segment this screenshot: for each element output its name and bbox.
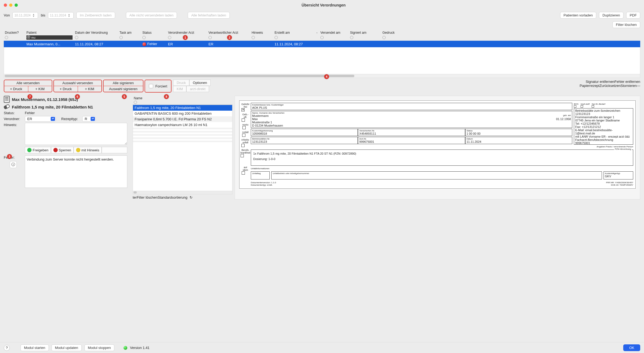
table-row[interactable]: Max Mustermann, 0... 11.11.2024, 08:27 F…	[4, 41, 640, 47]
stepper-icon[interactable]: ▲▼	[68, 13, 72, 17]
sort-radio[interactable]	[275, 36, 278, 39]
forced-checkbox[interactable]	[149, 84, 153, 88]
pdf-button[interactable]: PDF	[626, 12, 640, 19]
name-list-scrollbar[interactable]	[133, 191, 232, 194]
scrollbar-thumb[interactable]	[5, 75, 354, 77]
module-update-button[interactable]: Modul updaten	[52, 344, 82, 351]
patient-filter-input[interactable]	[26, 35, 73, 40]
remove-signature-button[interactable]: Signatur entfernen	[586, 80, 615, 84]
reset-button[interactable]: Zurücksetzen	[600, 84, 621, 88]
rx-type-select[interactable]: R▴▾	[82, 116, 96, 122]
col-task[interactable]: Task am	[119, 31, 140, 35]
callout-8: 8	[164, 94, 169, 99]
callout-7: 7	[28, 94, 32, 99]
from-date-input[interactable]: 10.11.2024 ▲▼	[12, 12, 38, 19]
callout-6: 6	[75, 94, 80, 99]
prescription-preview: Gebühr frei Geb.-pfl. noctu Unfall Arbei…	[235, 96, 640, 199]
module-start-button[interactable]: Modul starten	[20, 344, 49, 351]
release-button[interactable]: Freigeben	[25, 147, 51, 153]
col-rx-date[interactable]: Datum der Verordnung	[75, 31, 117, 35]
col-prescriber[interactable]: Verordnender Arzt	[168, 31, 206, 35]
duplicate-button[interactable]: Duplizieren	[599, 12, 624, 19]
load-range-button[interactable]: Im Zeitbereich laden	[76, 12, 115, 19]
load-errors-button[interactable]: Alle fehlerhaften laden	[188, 12, 229, 19]
send-all-print-button[interactable]: + Druck	[4, 86, 28, 92]
col-note[interactable]: Hinweis	[252, 31, 272, 35]
ter-button[interactable]: ter	[133, 195, 137, 199]
sort-radio[interactable]	[252, 36, 255, 39]
clear-filter-icon[interactable]: ✕	[27, 36, 30, 39]
list-item[interactable]: Falithrom 1,5 mg mite, 20 Filmtabletten …	[133, 105, 232, 111]
sort-radio[interactable]	[75, 36, 78, 39]
note-textarea[interactable]	[25, 123, 127, 145]
sort-radio[interactable]	[5, 36, 8, 39]
document-icon	[4, 96, 10, 103]
sort-radio[interactable]	[142, 36, 146, 39]
arzt-direkt-button[interactable]: arzt-direkt	[186, 86, 209, 92]
sort-radio[interactable]	[168, 36, 171, 39]
print-button[interactable]: Druck	[173, 80, 189, 86]
info-button[interactable]: ⓘ	[10, 161, 17, 168]
cancel-button[interactable]: Stornieren	[621, 84, 637, 88]
send-sel-print-button[interactable]: + Druck	[54, 86, 78, 92]
gebuehrfrei-checkbox	[241, 108, 245, 111]
standard-sort-button[interactable]: Standardsortierung	[157, 195, 187, 199]
scrollbar-thumb[interactable]	[133, 191, 137, 194]
col-printed[interactable]: Gedruck	[382, 31, 399, 35]
col-patient[interactable]: Patient	[26, 31, 73, 35]
cell-patient: Max Mustermann, 0...	[25, 42, 74, 46]
cell-created: 11.11.2024, 08:27	[273, 42, 319, 46]
help-button[interactable]: ?	[4, 345, 10, 351]
nl-clear-filter-button[interactable]: Filter löschen	[137, 195, 157, 199]
medications-list: Name Falithrom 1,5 mg mite, 20 Filmtable…	[133, 96, 232, 199]
sort-radio[interactable]	[119, 36, 123, 39]
list-item[interactable]: GABAPENTIN BASICS 600 mg 200 Filmtablett…	[133, 111, 232, 116]
send-all-button[interactable]: Alle versenden	[4, 80, 52, 86]
col-sent[interactable]: Versendet am	[320, 31, 348, 35]
sign-selection-button[interactable]: Auswahl signieren	[104, 86, 143, 92]
error-text: Verbindung zum Server konnte nicht herge…	[25, 155, 127, 188]
status-error-icon	[142, 42, 146, 46]
clear-filter-button[interactable]: Filter löschen	[612, 21, 640, 28]
medication-title: Falithrom 1,5 mg mite, 20 Filmtabletten …	[12, 105, 93, 109]
sign-all-button[interactable]: Alle signieren	[104, 80, 143, 86]
aut-idem-checkbox	[242, 171, 245, 175]
minus-button[interactable]: —	[637, 84, 640, 88]
preload-patients-button[interactable]: Patienten vorladen	[560, 12, 596, 19]
sort-radio[interactable]	[382, 36, 386, 39]
paper-rx-button[interactable]: Papierrezept	[580, 84, 600, 88]
block-button[interactable]: Sperren	[51, 147, 74, 153]
col-signed[interactable]: Signiert am	[350, 31, 380, 35]
remove-error-button[interactable]: Fehler entfernen	[615, 80, 640, 84]
col-status[interactable]: Status	[142, 31, 166, 35]
module-stop-button[interactable]: Modul stoppen	[84, 344, 114, 351]
send-sel-kim-button[interactable]: + KIM	[78, 86, 102, 92]
load-unsent-button[interactable]: Alle nicht versendeten laden	[126, 12, 177, 19]
sort-radio[interactable]	[208, 36, 212, 39]
close-window-button[interactable]	[4, 4, 7, 7]
prescriber-select[interactable]: ER▴▾	[25, 116, 56, 122]
to-date-input[interactable]: 11.11.2024 ▲▼	[48, 12, 74, 19]
stepper-icon[interactable]: ▲▼	[32, 13, 36, 17]
with-note-button[interactable]: mit Hinweis	[74, 147, 102, 153]
list-item[interactable]: Haematoxylon campechianum LM 26 10 ml N1	[133, 122, 232, 128]
send-all-kim-button[interactable]: + KIM	[28, 86, 52, 92]
block-icon	[53, 148, 58, 152]
sort-radio[interactable]	[320, 36, 324, 39]
send-selection-button[interactable]: Auswahl versenden	[54, 80, 101, 86]
patient-title: Max Mustermann, 01.12.1958 (65J)	[12, 97, 78, 102]
list-item[interactable]: Fraxiparine 0,6ml 5.700 I.E. Fd Pharma 2…	[133, 116, 232, 122]
noctu-checkbox	[242, 126, 246, 129]
refresh-button[interactable]: ↻	[187, 195, 194, 199]
table-scrollbar[interactable]	[4, 74, 640, 78]
sort-radio[interactable]	[134, 101, 137, 104]
options-button[interactable]: Optionen	[189, 80, 211, 86]
ok-button[interactable]: OK	[623, 344, 640, 351]
col-created[interactable]: Erstellt am	[275, 31, 318, 35]
name-header[interactable]: Name	[134, 96, 231, 100]
kim-button[interactable]: KIM	[173, 86, 186, 92]
sort-radio[interactable]	[350, 36, 353, 39]
col-responsible[interactable]: Verantwortlicher Arzt	[208, 31, 249, 35]
prescription-form: Gebühr frei Geb.-pfl. noctu Unfall Arbei…	[239, 100, 636, 189]
col-print[interactable]: Drucken?	[5, 31, 24, 35]
